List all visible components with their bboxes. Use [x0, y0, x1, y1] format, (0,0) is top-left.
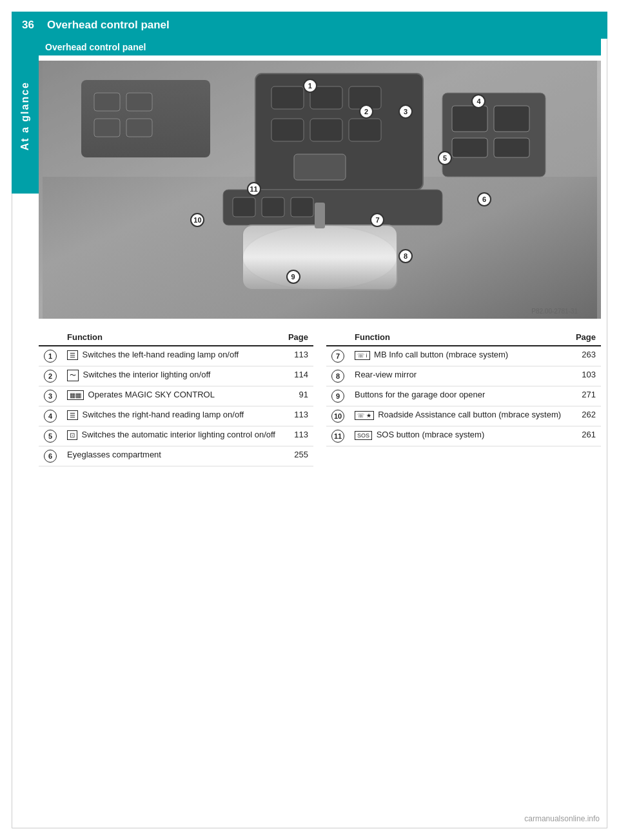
- svg-rect-25: [242, 225, 397, 290]
- interior-light-icon: 〜: [67, 370, 79, 381]
- row-num: 11: [326, 426, 349, 446]
- svg-rect-8: [271, 86, 304, 109]
- section-heading: Overhead control panel: [39, 39, 601, 55]
- callout-6: 6: [477, 192, 491, 206]
- table-row: 2 〜 Switches the interior lighting on/of…: [39, 366, 313, 386]
- car-interior-image: P82.00-2781-31 1 2 3 4 5 6 7 8 9 10 11: [39, 61, 601, 319]
- svg-rect-23: [291, 197, 313, 217]
- svg-rect-12: [310, 119, 342, 141]
- svg-rect-21: [233, 197, 255, 217]
- svg-rect-18: [452, 138, 487, 157]
- row-description: ☰ Switches the right-hand reading lamp o…: [62, 406, 281, 426]
- table-row: 8 Rear-view mirror 103: [326, 366, 601, 386]
- left-function-table: Function Page 1 ☰ Switches the left-hand…: [39, 329, 313, 466]
- row-description: Eyeglasses compartment: [62, 446, 281, 466]
- svg-rect-14: [294, 154, 346, 180]
- svg-rect-16: [452, 106, 487, 132]
- callout-1: 1: [303, 79, 317, 93]
- sidebar-label-text: At a glance: [19, 81, 31, 150]
- svg-text:P82.00-2781-31: P82.00-2781-31: [531, 308, 578, 315]
- row-description: ☏ ★ Roadside Assistance call button (mbr…: [349, 406, 569, 426]
- callout-8: 8: [398, 249, 413, 263]
- page-border-right: [607, 12, 607, 828]
- table-row: 3 ▦▦ Operates MAGIC SKY CONTROL 91: [39, 386, 313, 406]
- row-num: 10: [326, 406, 349, 426]
- main-content: Overhead control panel: [39, 39, 601, 466]
- car-interior-svg: P82.00-2781-31: [39, 61, 601, 319]
- table-row: 4 ☰ Switches the right-hand reading lamp…: [39, 406, 313, 426]
- table-row: 6 Eyeglasses compartment 255: [39, 446, 313, 466]
- right-function-table: Function Page 7 ☏ i MB Info call button …: [326, 329, 601, 446]
- header-title: Overhead control panel: [47, 19, 170, 32]
- callout-5: 5: [438, 151, 452, 165]
- row-description: ☰ Switches the left-hand reading lamp on…: [62, 346, 281, 366]
- row-num: 1: [39, 346, 62, 366]
- callout-3: 3: [398, 105, 413, 119]
- row-num: 3: [39, 386, 62, 406]
- left-table-page-header: Page: [281, 329, 313, 346]
- row-num: 7: [326, 346, 349, 366]
- row-page: 91: [281, 386, 313, 406]
- right-table: Function Page 7 ☏ i MB Info call button …: [326, 329, 601, 466]
- row-description: Rear-view mirror: [349, 366, 569, 386]
- svg-rect-5: [94, 119, 120, 137]
- svg-rect-6: [126, 119, 152, 137]
- car-bg: P82.00-2781-31 1 2 3 4 5 6 7 8 9 10 11: [39, 61, 601, 319]
- row-description: ☏ i MB Info call button (mbrace system): [349, 346, 569, 366]
- row-page: 103: [569, 366, 601, 386]
- sidebar-teal-accent: At a glance: [12, 39, 39, 194]
- row-description: SOS SOS button (mbrace system): [349, 426, 569, 446]
- row-num: 4: [39, 406, 62, 426]
- svg-rect-26: [315, 203, 325, 228]
- magic-sky-icon: ▦▦: [67, 390, 84, 400]
- lamp-left-icon: ☰: [67, 350, 78, 360]
- header-bar: 36 Overhead control panel: [12, 12, 607, 39]
- row-page: 262: [569, 406, 601, 426]
- svg-rect-11: [271, 119, 304, 141]
- svg-rect-17: [494, 106, 529, 132]
- table-row: 5 ⊡ Switches the automatic interior ligh…: [39, 426, 313, 446]
- row-description: 〜 Switches the interior lighting on/off: [62, 366, 281, 386]
- row-page: 113: [281, 426, 313, 446]
- row-page: 263: [569, 346, 601, 366]
- table-row: 7 ☏ i MB Info call button (mbrace system…: [326, 346, 601, 366]
- table-row: 10 ☏ ★ Roadside Assistance call button (…: [326, 406, 601, 426]
- row-num: 6: [39, 446, 62, 466]
- svg-rect-13: [349, 119, 381, 141]
- row-page: 113: [281, 406, 313, 426]
- svg-rect-4: [126, 93, 152, 111]
- tables-container: Function Page 1 ☰ Switches the left-hand…: [39, 329, 601, 466]
- row-description: ▦▦ Operates MAGIC SKY CONTROL: [62, 386, 281, 406]
- row-num: 8: [326, 366, 349, 386]
- right-table-num-header: [326, 329, 349, 346]
- row-page: 113: [281, 346, 313, 366]
- row-page: 261: [569, 426, 601, 446]
- left-table-function-header: Function: [62, 329, 281, 346]
- page-number: 36: [12, 19, 47, 32]
- row-description: Buttons for the garage door opener: [349, 386, 569, 406]
- row-num: 9: [326, 386, 349, 406]
- auto-light-icon: ⊡: [67, 430, 77, 440]
- row-page: 271: [569, 386, 601, 406]
- right-table-page-header: Page: [569, 329, 601, 346]
- roadside-icon: ☏ ★: [355, 411, 374, 420]
- row-num: 5: [39, 426, 62, 446]
- callout-11: 11: [247, 182, 261, 196]
- right-table-function-header: Function: [349, 329, 569, 346]
- row-page: 114: [281, 366, 313, 386]
- sos-icon: SOS: [355, 431, 372, 440]
- footer-watermark: carmanualsonline.info: [524, 814, 600, 823]
- row-description: ⊡ Switches the automatic interior lighti…: [62, 426, 281, 446]
- svg-rect-19: [494, 138, 529, 157]
- row-num: 2: [39, 366, 62, 386]
- mb-info-icon: ☏ i: [355, 351, 370, 360]
- callout-2: 2: [359, 105, 373, 119]
- table-row: 1 ☰ Switches the left-hand reading lamp …: [39, 346, 313, 366]
- lamp-right-icon: ☰: [67, 410, 78, 420]
- row-page: 255: [281, 446, 313, 466]
- table-row: 9 Buttons for the garage door opener 271: [326, 386, 601, 406]
- left-table-num-header: [39, 329, 62, 346]
- svg-rect-22: [262, 197, 284, 217]
- svg-rect-3: [94, 93, 120, 111]
- callout-9: 9: [286, 270, 300, 284]
